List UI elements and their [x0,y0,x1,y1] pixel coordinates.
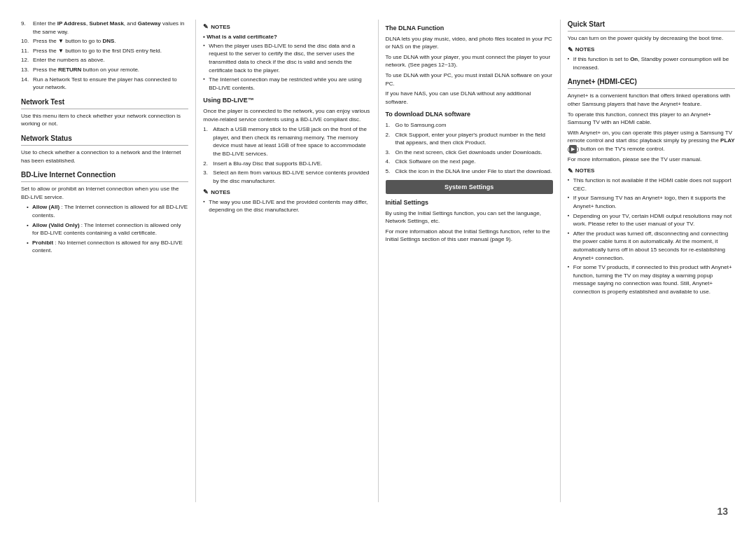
quick-start-text: You can turn on the power quickly by dec… [568,34,735,43]
notes-item: For some TV products, if connected to th… [568,263,735,296]
notes-box2: ✎ NOTES The way you use BD-LIVE and the … [203,188,370,214]
item-text: Press the RETURN button on your remote. [33,66,139,74]
memo-icon: ✎ [203,22,209,32]
item-num: 12. [21,56,31,64]
list-item: 12. Enter the numbers as above. [21,56,188,64]
notes-item: After the product was turned off, discon… [568,230,735,262]
notes-an-box: ✎ NOTES This function is not available i… [568,167,735,296]
item-num: 2. [386,131,393,147]
bullet-item: Prohibit : No Internet connection is all… [27,239,188,255]
notes-item: If your Samsung TV has an Anynet+ logo, … [568,194,735,210]
dlna-p2: To use DLNA with your player, you must c… [386,53,553,69]
list-item: 14. Run a Network Test to ensure the pla… [21,76,188,92]
notes-title2: ✎ NOTES [203,188,370,197]
list-item: 11. Press the ▼ button to go to the firs… [21,47,188,55]
network-test-text: Use this menu item to check whether your… [21,112,188,128]
using-bdlive-heading: Using BD-LIVE™ [203,96,370,105]
bd-live-heading: BD-Live Internet Connection [21,170,188,182]
anynet-p1: Anynet+ is a convenient function that of… [568,92,735,108]
notes-label: NOTES [211,23,230,31]
item-num: 10. [21,37,31,46]
notes-an-title: ✎ NOTES [568,167,735,176]
item-text: Click the icon in the DLNA line under Fi… [396,167,552,176]
play-icon: ▶ [569,145,577,153]
item-num: 1. [386,121,393,130]
notes-label2: NOTES [211,188,230,196]
item-num: 5. [386,167,393,176]
col1: 9. Enter the IP Address, Subnet Mask, an… [21,20,196,502]
item-text: Press the ▼ button to go to DNS. [33,37,116,46]
quick-start-heading: Quick Start [568,20,735,32]
top-numbered-list: 9. Enter the IP Address, Subnet Mask, an… [21,20,188,92]
using-bdlive-intro: Once the player is connected to the netw… [203,107,370,123]
item-text: Enter the IP Address, Subnet Mask, and G… [33,20,188,36]
list-item: 13. Press the RETURN button on your remo… [21,66,188,74]
notes-item: Depending on your TV, certain HDMI outpu… [568,212,735,228]
memo-icon: ✎ [568,46,573,55]
list-item: 2. Click Support, enter your player's pr… [386,131,553,147]
item-num: 13. [21,66,31,74]
item-text: Click Software on the next page. [396,158,476,166]
columns: 9. Enter the IP Address, Subnet Mask, an… [21,20,735,502]
anynet-p4: For more information, please see the TV … [568,155,735,164]
list-item: 4. Click Software on the next page. [386,158,553,166]
item-text: Enter the numbers as above. [33,56,105,64]
download-steps: 1. Go to Samsung.com 2. Click Support, e… [386,121,553,176]
notes-item: When the player uses BD-LIVE to send the… [203,42,370,74]
col4: Quick Start You can turn on the power qu… [561,20,735,502]
list-item: 3. On the next screen, click Get downloa… [386,148,553,157]
dlna-p1: DLNA lets you play music, video, and pho… [386,35,553,51]
item-num: 1. [203,125,210,158]
item-num: 11. [21,47,31,55]
dlna-heading: The DLNA Function [386,24,553,33]
network-test-heading: Network Test [21,97,188,109]
list-item: 1. Go to Samsung.com [386,121,553,130]
col2: ✎ NOTES ▪ What is a valid certificate? W… [196,20,378,502]
initial-settings-p2: For more information about the Initial S… [386,228,553,244]
page: 9. Enter the IP Address, Subnet Mask, an… [0,0,756,533]
dlna-p3: To use DLNA with your PC, you must insta… [386,71,553,88]
notes-an-label: NOTES [575,167,595,174]
item-text: Press the ▼ button to go to the first DN… [33,47,162,55]
dlna-p4: If you have NAS, you can use DLNA withou… [386,90,553,106]
list-item: 3. Select an item from various BD-LIVE s… [203,169,370,185]
anynet-p3: With Anynet+ on, you can operate this pl… [568,129,735,153]
notes-qs-label: NOTES [575,46,595,53]
network-status-text: Use to check whether a connection to a n… [21,148,188,165]
item-num: 3. [203,169,210,185]
list-item: 2. Insert a Blu-ray Disc that supports B… [203,160,370,168]
item-num: 4. [386,158,393,166]
anynet-p2: To operate this function, connect this p… [568,111,735,127]
item-num: 9. [21,20,31,36]
initial-settings-heading: Initial Settings [386,198,553,207]
anynet-heading: Anynet+ (HDMI-CEC) [568,77,735,89]
notes-item: The way you use BD-LIVE and the provided… [203,198,370,214]
network-status-heading: Network Status [21,134,188,146]
notes-sub-title: ▪ What is a valid certificate? [203,33,370,41]
bd-live-intro: Set to allow or prohibit an Internet con… [21,185,188,201]
item-text: Attach a USB memory stick to the USB jac… [213,125,370,158]
notes-item: If this function is set to On, Standby p… [568,55,735,71]
notes-box: ✎ NOTES ▪ What is a valid certificate? W… [203,22,370,92]
item-text: Insert a Blu-ray Disc that supports BD-L… [213,160,322,168]
bullet-item: Allow (Valid Only) : The Internet connec… [27,221,188,237]
list-item: 1. Attach a USB memory stick to the USB … [203,125,370,158]
system-settings-bar: System Settings [386,180,553,195]
item-text: Go to Samsung.com [396,121,447,130]
notes-title: ✎ NOTES [203,22,370,32]
download-dlna-heading: To download DLNA software [386,110,553,119]
notes-item: This function is not available if the HD… [568,176,735,193]
page-number: 13 [21,505,735,519]
notes-qs-title: ✎ NOTES [568,46,735,55]
item-text: On the next screen, click Get downloads … [396,148,542,157]
col3: The DLNA Function DLNA lets you play mus… [379,20,561,502]
list-item: 9. Enter the IP Address, Subnet Mask, an… [21,20,188,36]
item-num: 2. [203,160,210,168]
memo-icon: ✎ [568,167,573,176]
item-text: Run a Network Test to ensure the player … [33,76,188,92]
list-item: 5. Click the icon in the DLNA line under… [386,167,553,176]
bdlive-steps: 1. Attach a USB memory stick to the USB … [203,125,370,185]
memo-icon: ✎ [203,188,209,197]
notes-item: The Internet connection may be restricte… [203,76,370,92]
item-num: 14. [21,76,31,92]
